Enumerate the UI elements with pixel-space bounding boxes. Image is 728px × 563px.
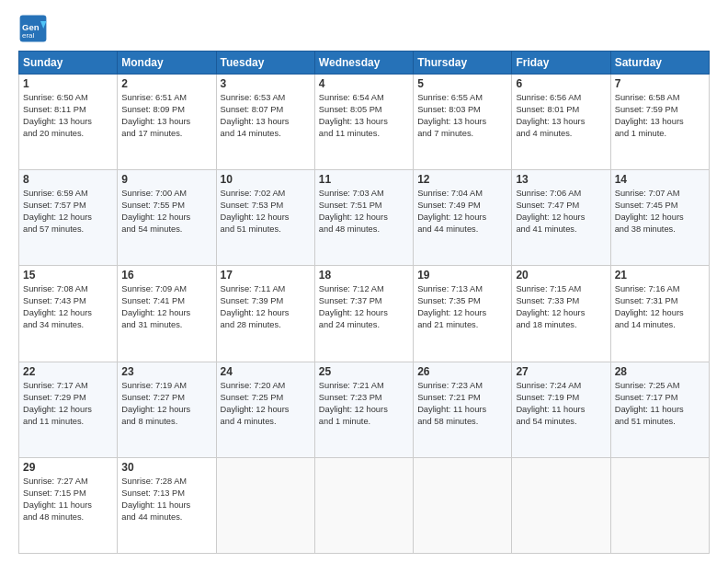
calendar-cell <box>414 457 512 553</box>
day-number: 24 <box>221 365 311 378</box>
day-info: Sunrise: 7:11 AM Sunset: 7:39 PM Dayligh… <box>221 283 311 331</box>
day-number: 20 <box>516 269 606 282</box>
day-number: 9 <box>121 173 211 186</box>
calendar-cell: 7Sunrise: 6:58 AM Sunset: 7:59 PM Daylig… <box>610 75 709 170</box>
calendar-cell <box>216 457 314 553</box>
day-info: Sunrise: 7:27 AM Sunset: 7:15 PM Dayligh… <box>23 476 113 523</box>
calendar-cell: 13Sunrise: 7:06 AM Sunset: 7:47 PM Dayli… <box>512 170 610 266</box>
calendar-week-row: 15Sunrise: 7:08 AM Sunset: 7:43 PM Dayli… <box>19 266 710 362</box>
calendar-week-row: 8Sunrise: 6:59 AM Sunset: 7:57 PM Daylig… <box>19 170 710 266</box>
day-number: 1 <box>23 77 113 90</box>
day-number: 12 <box>417 173 507 186</box>
calendar-day-header: Thursday <box>414 52 512 75</box>
day-info: Sunrise: 7:20 AM Sunset: 7:25 PM Dayligh… <box>221 380 311 428</box>
day-info: Sunrise: 7:07 AM Sunset: 7:45 PM Dayligh… <box>615 188 705 236</box>
day-info: Sunrise: 6:56 AM Sunset: 8:01 PM Dayligh… <box>516 92 606 140</box>
calendar-cell: 17Sunrise: 7:11 AM Sunset: 7:39 PM Dayli… <box>216 266 314 362</box>
day-info: Sunrise: 6:59 AM Sunset: 7:57 PM Dayligh… <box>23 188 113 236</box>
logo: Gen eral <box>18 14 51 43</box>
calendar-cell: 28Sunrise: 7:25 AM Sunset: 7:17 PM Dayli… <box>610 362 709 457</box>
day-info: Sunrise: 7:04 AM Sunset: 7:49 PM Dayligh… <box>417 188 507 236</box>
day-info: Sunrise: 7:25 AM Sunset: 7:17 PM Dayligh… <box>615 380 705 428</box>
day-number: 30 <box>121 461 211 474</box>
day-number: 13 <box>516 173 606 186</box>
day-info: Sunrise: 6:58 AM Sunset: 7:59 PM Dayligh… <box>615 92 705 140</box>
calendar-cell: 25Sunrise: 7:21 AM Sunset: 7:23 PM Dayli… <box>314 362 413 457</box>
page-header: Gen eral <box>18 14 710 43</box>
calendar-cell: 27Sunrise: 7:24 AM Sunset: 7:19 PM Dayli… <box>512 362 610 457</box>
day-info: Sunrise: 7:15 AM Sunset: 7:33 PM Dayligh… <box>516 283 606 331</box>
calendar-table: SundayMondayTuesdayWednesdayThursdayFrid… <box>18 51 710 554</box>
day-info: Sunrise: 7:13 AM Sunset: 7:35 PM Dayligh… <box>417 283 507 331</box>
day-info: Sunrise: 7:23 AM Sunset: 7:21 PM Dayligh… <box>417 380 507 428</box>
calendar-cell: 16Sunrise: 7:09 AM Sunset: 7:41 PM Dayli… <box>118 266 216 362</box>
day-number: 19 <box>417 269 507 282</box>
day-number: 3 <box>221 77 311 90</box>
day-info: Sunrise: 7:19 AM Sunset: 7:27 PM Dayligh… <box>121 380 211 428</box>
calendar-cell: 22Sunrise: 7:17 AM Sunset: 7:29 PM Dayli… <box>19 362 118 457</box>
calendar-cell <box>512 457 610 553</box>
calendar-day-header: Wednesday <box>314 52 413 75</box>
calendar-week-row: 22Sunrise: 7:17 AM Sunset: 7:29 PM Dayli… <box>19 362 710 457</box>
calendar-cell: 9Sunrise: 7:00 AM Sunset: 7:55 PM Daylig… <box>118 170 216 266</box>
day-number: 18 <box>319 269 409 282</box>
calendar-day-header: Tuesday <box>216 52 314 75</box>
calendar-day-header: Monday <box>118 52 216 75</box>
logo-icon: Gen eral <box>18 14 48 43</box>
day-number: 25 <box>319 365 409 378</box>
day-info: Sunrise: 7:03 AM Sunset: 7:51 PM Dayligh… <box>319 188 409 236</box>
day-info: Sunrise: 7:09 AM Sunset: 7:41 PM Dayligh… <box>121 283 211 331</box>
svg-text:eral: eral <box>22 31 35 40</box>
calendar-day-header: Sunday <box>19 52 118 75</box>
day-info: Sunrise: 7:28 AM Sunset: 7:13 PM Dayligh… <box>121 476 211 523</box>
day-info: Sunrise: 7:24 AM Sunset: 7:19 PM Dayligh… <box>516 380 606 428</box>
calendar-cell <box>610 457 709 553</box>
day-number: 29 <box>23 461 113 474</box>
day-info: Sunrise: 6:51 AM Sunset: 8:09 PM Dayligh… <box>121 92 211 140</box>
calendar-day-header: Saturday <box>610 52 709 75</box>
calendar-cell: 5Sunrise: 6:55 AM Sunset: 8:03 PM Daylig… <box>414 75 512 170</box>
calendar-cell: 20Sunrise: 7:15 AM Sunset: 7:33 PM Dayli… <box>512 266 610 362</box>
day-info: Sunrise: 7:08 AM Sunset: 7:43 PM Dayligh… <box>23 283 113 331</box>
day-number: 11 <box>319 173 409 186</box>
day-number: 7 <box>615 77 705 90</box>
day-number: 4 <box>319 77 409 90</box>
day-number: 6 <box>516 77 606 90</box>
calendar-week-row: 1Sunrise: 6:50 AM Sunset: 8:11 PM Daylig… <box>19 75 710 170</box>
day-number: 5 <box>417 77 507 90</box>
calendar-cell: 3Sunrise: 6:53 AM Sunset: 8:07 PM Daylig… <box>216 75 314 170</box>
day-number: 14 <box>615 173 705 186</box>
calendar-header-row: SundayMondayTuesdayWednesdayThursdayFrid… <box>19 52 710 75</box>
day-number: 2 <box>121 77 211 90</box>
day-info: Sunrise: 7:12 AM Sunset: 7:37 PM Dayligh… <box>319 283 409 331</box>
day-info: Sunrise: 7:16 AM Sunset: 7:31 PM Dayligh… <box>615 283 705 331</box>
day-number: 8 <box>23 173 113 186</box>
calendar-cell: 30Sunrise: 7:28 AM Sunset: 7:13 PM Dayli… <box>118 457 216 553</box>
day-info: Sunrise: 7:00 AM Sunset: 7:55 PM Dayligh… <box>121 188 211 236</box>
calendar-cell: 24Sunrise: 7:20 AM Sunset: 7:25 PM Dayli… <box>216 362 314 457</box>
calendar-cell: 26Sunrise: 7:23 AM Sunset: 7:21 PM Dayli… <box>414 362 512 457</box>
day-number: 28 <box>615 365 705 378</box>
day-number: 22 <box>23 365 113 378</box>
day-number: 26 <box>417 365 507 378</box>
day-info: Sunrise: 7:21 AM Sunset: 7:23 PM Dayligh… <box>319 380 409 428</box>
calendar-cell: 6Sunrise: 6:56 AM Sunset: 8:01 PM Daylig… <box>512 75 610 170</box>
calendar-cell: 10Sunrise: 7:02 AM Sunset: 7:53 PM Dayli… <box>216 170 314 266</box>
calendar-cell <box>314 457 413 553</box>
calendar-day-header: Friday <box>512 52 610 75</box>
calendar-week-row: 29Sunrise: 7:27 AM Sunset: 7:15 PM Dayli… <box>19 457 710 553</box>
calendar-cell: 2Sunrise: 6:51 AM Sunset: 8:09 PM Daylig… <box>118 75 216 170</box>
calendar-cell: 19Sunrise: 7:13 AM Sunset: 7:35 PM Dayli… <box>414 266 512 362</box>
day-number: 27 <box>516 365 606 378</box>
day-info: Sunrise: 7:17 AM Sunset: 7:29 PM Dayligh… <box>23 380 113 428</box>
day-info: Sunrise: 6:55 AM Sunset: 8:03 PM Dayligh… <box>417 92 507 140</box>
calendar-cell: 12Sunrise: 7:04 AM Sunset: 7:49 PM Dayli… <box>414 170 512 266</box>
day-number: 23 <box>121 365 211 378</box>
calendar-cell: 1Sunrise: 6:50 AM Sunset: 8:11 PM Daylig… <box>19 75 118 170</box>
day-info: Sunrise: 7:06 AM Sunset: 7:47 PM Dayligh… <box>516 188 606 236</box>
day-info: Sunrise: 6:54 AM Sunset: 8:05 PM Dayligh… <box>319 92 409 140</box>
calendar-cell: 11Sunrise: 7:03 AM Sunset: 7:51 PM Dayli… <box>314 170 413 266</box>
day-number: 21 <box>615 269 705 282</box>
calendar-cell: 14Sunrise: 7:07 AM Sunset: 7:45 PM Dayli… <box>610 170 709 266</box>
day-info: Sunrise: 7:02 AM Sunset: 7:53 PM Dayligh… <box>221 188 311 236</box>
